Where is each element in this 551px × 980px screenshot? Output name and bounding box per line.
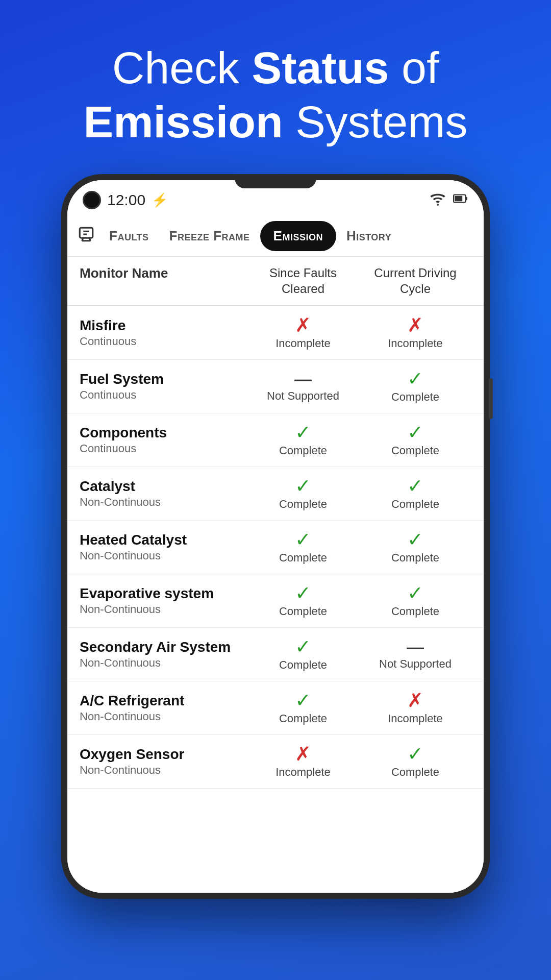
current-status-icon: ✓ [407,583,423,603]
current-status-icon: ✗ [407,315,423,335]
monitor-info: Heated Catalyst Non-Continuous [80,532,247,562]
hero-bold2: Emission [83,96,283,147]
since-status-cell: ✓ Complete [247,583,359,618]
current-status-cell: — Not Supported [359,638,471,671]
current-status-cell: ✓ Complete [359,583,471,618]
current-status-label: Complete [391,605,439,618]
table-row: A/C Refrigerant Non-Continuous ✓ Complet… [67,681,484,735]
current-status-icon: — [407,638,424,655]
status-left: 12:00 ⚡ [83,191,168,209]
table-row: Components Continuous ✓ Complete ✓ Compl… [67,413,484,467]
tab-emission[interactable]: Emission [260,221,336,251]
current-status-label: Complete [391,390,439,404]
monitor-type: Non-Continuous [80,656,247,670]
monitor-type: Non-Continuous [80,710,247,723]
battery-icon [453,191,468,209]
current-status-label: Not Supported [379,657,452,671]
since-status-cell: ✓ Complete [247,691,359,725]
current-status-cell: ✗ Incomplete [359,315,471,350]
monitor-name: Misfire [80,317,247,334]
tab-history[interactable]: History [336,219,402,253]
since-status-icon: ✓ [295,423,311,442]
monitor-info: Components Continuous [80,425,247,455]
current-status-label: Incomplete [388,712,443,725]
col-monitor-name: Monitor Name [80,265,247,297]
current-status-label: Incomplete [388,337,443,350]
since-status-label: Complete [279,551,327,565]
since-status-icon: ✓ [295,691,311,710]
monitor-name: Catalyst [80,478,247,495]
nav-obd-icon [78,226,95,247]
monitor-info: Fuel System Continuous [80,371,247,402]
status-right [430,191,468,209]
current-status-cell: ✓ Complete [359,423,471,457]
monitor-info: Catalyst Non-Continuous [80,478,247,509]
svg-rect-2 [455,195,462,201]
svg-rect-3 [466,197,467,200]
navigation-tabs: Faults Freeze Frame Emission History [67,216,484,257]
current-status-cell: ✗ Incomplete [359,691,471,725]
since-status-icon: ✓ [295,530,311,549]
monitor-info: Secondary Air System Non-Continuous [80,639,247,670]
since-status-label: Complete [279,658,327,672]
monitor-info: Misfire Continuous [80,317,247,348]
monitor-type: Non-Continuous [80,496,247,509]
since-status-label: Incomplete [276,337,331,350]
monitor-name: Secondary Air System [80,639,247,655]
since-status-icon: ✓ [295,637,311,656]
since-status-cell: ✗ Incomplete [247,315,359,350]
monitor-name: Heated Catalyst [80,532,247,548]
current-status-label: Complete [391,498,439,511]
monitor-type: Non-Continuous [80,603,247,616]
status-time: 12:00 [107,191,145,209]
hero-section: Check Status ofEmission Systems [0,0,551,174]
hero-line1: Check Status ofEmission Systems [83,42,467,147]
since-status-cell: ✓ Complete [247,476,359,511]
table-row: Fuel System Continuous — Not Supported ✓… [67,360,484,413]
current-status-label: Complete [391,444,439,457]
since-status-icon: ✓ [295,583,311,603]
phone-screen: 12:00 ⚡ [67,180,484,893]
table-row: Oxygen Sensor Non-Continuous ✗ Incomplet… [67,735,484,789]
phone-side-button [489,378,493,419]
since-status-label: Complete [279,712,327,725]
monitor-name: Components [80,425,247,441]
current-status-cell: ✓ Complete [359,369,471,404]
since-status-icon: — [294,370,312,387]
svg-rect-4 [80,228,93,238]
col-since-faults: Since FaultsCleared [247,265,359,297]
since-status-cell: ✓ Complete [247,423,359,457]
tab-freeze-frame[interactable]: Freeze Frame [159,219,260,253]
phone-frame: 12:00 ⚡ [61,174,490,899]
camera-icon [83,191,101,209]
table-row: Secondary Air System Non-Continuous ✓ Co… [67,628,484,681]
phone-notch [235,174,316,188]
since-status-label: Not Supported [267,389,339,403]
current-status-icon: ✓ [407,530,423,549]
current-status-cell: ✓ Complete [359,744,471,779]
since-status-label: Complete [279,498,327,511]
since-status-cell: ✓ Complete [247,637,359,672]
since-status-icon: ✓ [295,476,311,496]
table-row: Heated Catalyst Non-Continuous ✓ Complet… [67,521,484,574]
tab-faults[interactable]: Faults [99,219,159,253]
current-status-icon: ✓ [407,369,423,388]
monitor-name: Fuel System [80,371,247,387]
monitor-type: Non-Continuous [80,549,247,562]
current-status-icon: ✓ [407,476,423,496]
monitor-info: A/C Refrigerant Non-Continuous [80,693,247,723]
monitor-type: Continuous [80,388,247,402]
current-status-icon: ✓ [407,423,423,442]
table-row: Evaporative system Non-Continuous ✓ Comp… [67,574,484,628]
emission-table: Monitor Name Since FaultsCleared Current… [67,257,484,893]
monitor-type: Continuous [80,335,247,348]
monitor-type: Non-Continuous [80,764,247,777]
since-status-label: Incomplete [276,766,331,779]
since-status-icon: ✗ [295,744,311,764]
current-status-label: Complete [391,551,439,565]
since-status-cell: — Not Supported [247,370,359,403]
since-status-icon: ✗ [295,315,311,335]
current-status-label: Complete [391,766,439,779]
monitor-name: Oxygen Sensor [80,746,247,763]
hero-bold1: Status [252,42,389,93]
